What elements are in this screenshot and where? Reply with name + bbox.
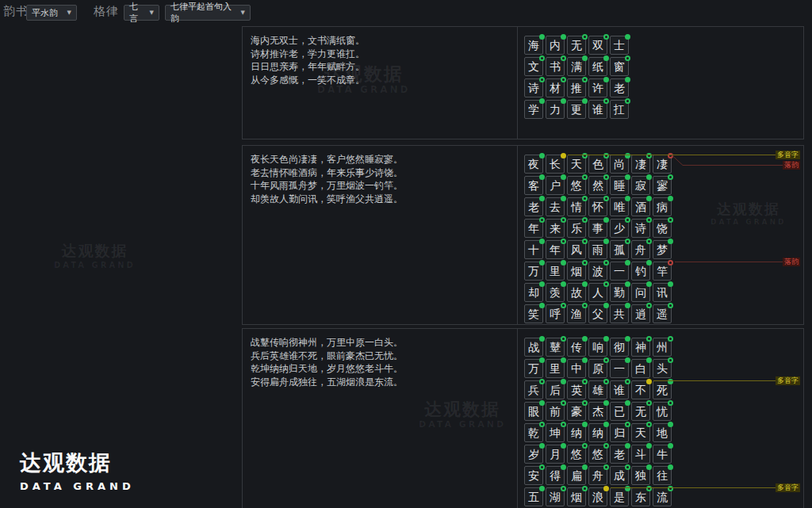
char-cell: 谁 <box>610 380 629 399</box>
char-glyph: 白 <box>635 363 646 374</box>
char-glyph: 遥 <box>657 308 668 319</box>
char-cell: 十 <box>524 240 543 259</box>
poem-line: 从今多感慨，一笑不成章。 <box>251 74 509 87</box>
chevron-down-icon: ▼ <box>67 10 71 16</box>
char-cell: 更 <box>567 100 586 119</box>
tone-dot <box>603 34 609 40</box>
grid-row: 年来乐事少诗饶 <box>524 219 803 238</box>
poem-line: 却羡故人勤问讯，笑呼渔父共逍遥。 <box>251 193 509 206</box>
char-cell: 独 <box>631 466 650 485</box>
char-cell: 海 <box>524 36 543 55</box>
tone-dot <box>582 486 588 491</box>
tone-dot <box>603 217 609 223</box>
char-glyph: 诗 <box>635 223 646 234</box>
char-glyph: 酒 <box>635 201 646 212</box>
char-cell: 色 <box>588 155 607 174</box>
char-glyph: 老 <box>614 82 625 94</box>
tone-dot <box>539 336 545 342</box>
char-cell: 来 <box>546 219 565 238</box>
polyphone-badge: 多音字 <box>776 483 800 492</box>
char-cell: 得 <box>546 466 565 485</box>
char-glyph: 纳 <box>592 427 603 438</box>
char-glyph: 钓 <box>635 265 646 277</box>
char-glyph: 来 <box>550 223 561 234</box>
char-cell: 无 <box>631 402 650 421</box>
grid-row: 客户悠然睡寂寥 <box>524 176 803 195</box>
char-glyph: 归 <box>614 427 625 438</box>
tone-dot <box>668 422 673 427</box>
grid-row: 岁月悠悠老斗牛 <box>524 445 803 464</box>
char-glyph: 月 <box>550 449 561 460</box>
chevron-down-icon: ▼ <box>150 10 154 16</box>
char-glyph: 战 <box>528 342 539 353</box>
char-glyph: 后 <box>550 384 561 395</box>
tone-dot <box>668 486 673 491</box>
char-glyph: 万 <box>528 363 539 374</box>
tone-dot <box>646 443 652 449</box>
tone-dot <box>539 174 545 180</box>
tone-dot <box>646 464 652 470</box>
char-cell: 战 <box>524 338 543 357</box>
char-cell: 问 <box>631 283 650 302</box>
char-cell: 白 <box>631 359 650 378</box>
tone-dot <box>625 260 630 265</box>
char-cell: 波 <box>588 262 607 281</box>
tone-dot <box>603 77 609 82</box>
char-glyph: 怀 <box>592 201 603 212</box>
poem-line: 夜长天色尚凄凄，客户悠然睡寂寥。 <box>251 153 509 166</box>
tone-dot <box>561 98 566 104</box>
tone-dot <box>625 336 630 342</box>
tone-dot <box>561 174 566 180</box>
grid-row: 乾坤纳纳归天地 <box>524 423 803 442</box>
rhyme-book-select[interactable]: 平水韵 ▼ <box>26 5 77 21</box>
char-cell: 材 <box>546 78 565 97</box>
char-glyph: 窗 <box>614 61 625 72</box>
char-glyph: 是 <box>614 491 625 502</box>
char-cell: 睡 <box>610 176 629 195</box>
tone-dot <box>582 77 588 82</box>
tone-dot <box>668 400 673 406</box>
tone-dot <box>582 55 588 61</box>
char-cell: 许 <box>588 78 607 97</box>
meter-pattern-select[interactable]: 七律平起首句入韵 ▼ <box>165 5 251 21</box>
tone-dot <box>539 153 545 159</box>
char-glyph: 牛 <box>657 449 668 460</box>
tone-dot <box>539 464 545 470</box>
char-glyph: 十 <box>528 244 539 255</box>
char-glyph: 去 <box>550 201 561 212</box>
char-glyph: 悠 <box>592 449 603 460</box>
tone-dot <box>603 196 609 201</box>
tone-dot <box>561 443 566 449</box>
char-glyph: 已 <box>614 406 625 417</box>
char-cell: 舟 <box>631 240 650 259</box>
char-glyph: 得 <box>550 470 561 481</box>
chevron-down-icon: ▼ <box>241 10 245 16</box>
char-cell: 已 <box>610 402 629 421</box>
tone-dot <box>582 281 588 287</box>
char-cell: 湖 <box>546 487 565 506</box>
char-glyph: 笑 <box>528 308 539 319</box>
grid-row: 十年风雨孤舟梦 <box>524 240 803 259</box>
tone-dot <box>603 464 609 470</box>
char-glyph: 人 <box>592 287 603 298</box>
char-glyph: 色 <box>592 159 603 170</box>
char-cell: 双 <box>588 36 607 55</box>
char-glyph: 悠 <box>571 180 582 191</box>
char-glyph: 事 <box>592 223 603 234</box>
char-glyph: 里 <box>550 265 561 277</box>
char-glyph: 诗 <box>528 82 539 94</box>
tone-dot <box>668 260 673 265</box>
tone-dot <box>668 464 673 470</box>
tone-dot <box>539 443 545 449</box>
char-glyph: 年 <box>550 244 561 255</box>
char-cell: 纸 <box>588 57 607 76</box>
char-glyph: 一 <box>614 265 625 277</box>
poem-text: 海内无双士，文书满纸窗。诗材推许老，学力更谁扛。日日思亲寿，年年赋畔方。从今多感… <box>243 27 518 139</box>
tone-dot <box>582 400 588 406</box>
tone-dot <box>582 260 588 265</box>
watermark-cn: 达观数据 <box>54 243 136 260</box>
tone-dot <box>625 303 630 308</box>
tone-dot <box>668 443 673 449</box>
tone-dot <box>625 77 630 82</box>
line-length-select[interactable]: 七言 ▼ <box>124 5 159 21</box>
